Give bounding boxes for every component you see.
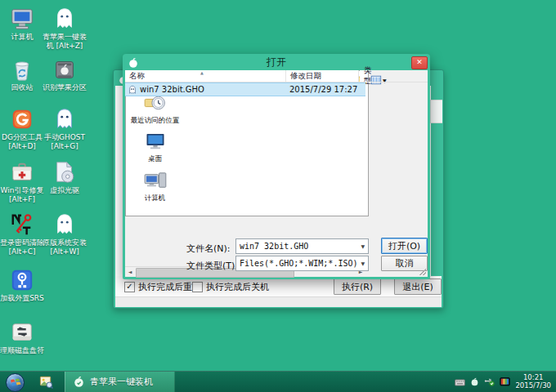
usb-safely-remove-icon[interactable]: [484, 374, 495, 390]
dg-icon: [10, 107, 34, 131]
place-recent[interactable]: 最近访问的位置: [128, 94, 182, 126]
green-apple-icon: [73, 376, 85, 388]
view-menu-icon[interactable]: ▼: [370, 74, 387, 86]
file-name-combobox[interactable]: win7 32bit.GHO ▼: [235, 238, 369, 254]
desktop-icon-label: DG分区工具 [Alt+D]: [0, 133, 44, 151]
desktop: 计算机 青苹果一键装机 [Alt+Z] 回收站 识别苹果分区 DG分区工具 [A…: [0, 0, 556, 392]
desktop-icon-label: 青苹果一键装机 [Alt+Z]: [43, 33, 87, 51]
nt-key-icon: [10, 212, 34, 237]
restart-after-checkbox[interactable]: ✓ 执行完成后重启: [124, 281, 201, 293]
first-aid-kit-icon: [10, 160, 34, 185]
main-window-panel-edge: [430, 100, 442, 123]
open-button[interactable]: 打开(O): [381, 238, 428, 254]
desktop-icon-label: 手动GHOST [Alt+G]: [43, 133, 87, 151]
resize-grip[interactable]: [419, 269, 426, 275]
file-row-selected[interactable]: win7 32bit.GHO 2015/7/29 17:27: [125, 82, 365, 96]
place-computer[interactable]: 计算机: [128, 172, 182, 203]
chevron-down-icon[interactable]: ▼: [357, 261, 368, 266]
desktop-icon-label: 登录密码清除 [Alt+C]: [0, 238, 44, 256]
apple-tray-icon[interactable]: [470, 374, 479, 390]
desktop-place-icon: [144, 133, 167, 150]
windows-flag-icon: [7, 374, 24, 391]
shutdown-after-label: 执行完成后关机: [206, 281, 269, 293]
desktop-icon-label: 加载外置SRS: [0, 294, 44, 303]
desktop-icon-dg-tool[interactable]: DG分区工具 [Alt+D]: [0, 107, 44, 151]
file-type-combobox[interactable]: Files(*.GHO;*.WIM;*.ISO) ▼: [235, 256, 369, 271]
desktop-icon-apple-partition[interactable]: 识别苹果分区: [43, 57, 87, 92]
apple-icon: [128, 56, 139, 68]
column-header-type[interactable]: 类型: [360, 70, 367, 82]
file-type-value: Files(*.GHO;*.WIM;*.ISO): [240, 259, 357, 268]
file-name-label: 文件名(N):: [186, 243, 231, 255]
desktop-icon-label: 原版系统安装 [Alt+W]: [43, 238, 87, 256]
clock-date: 2015/7/30: [515, 382, 551, 390]
desktop-icon-recycle-bin[interactable]: 回收站: [0, 57, 44, 92]
shutdown-after-checkbox[interactable]: 执行完成后关机: [192, 281, 269, 293]
computer-icon: [10, 7, 34, 31]
display-settings-icon[interactable]: [500, 374, 510, 390]
file-type-label: 文件类型(T):: [186, 260, 238, 272]
desktop-icon-password-clear[interactable]: 登录密码清除 [Alt+C]: [0, 212, 44, 256]
dialog-title: 打开: [123, 54, 430, 70]
checkbox-checked-icon[interactable]: ✓: [124, 282, 135, 292]
desktop-icon-load-srs[interactable]: 加载外置SRS: [0, 268, 44, 303]
start-button[interactable]: [6, 373, 25, 392]
desktop-icon-original-install[interactable]: 原版系统安装 [Alt+W]: [43, 212, 87, 256]
taskbar: 青苹果一键装机 10:21 2015/7/30: [0, 371, 556, 392]
exit-button[interactable]: 退出(E): [394, 278, 442, 295]
desktop-icon-label: 计算机: [0, 33, 44, 42]
desktop-icon-label: Win引导修复 [Alt+F]: [0, 186, 44, 204]
image-tool-icon[interactable]: [39, 375, 53, 389]
desktop-icon-disk-letter[interactable]: 理顺磁盘盘符: [0, 320, 44, 355]
disc-document-icon: [52, 160, 77, 185]
checkbox-unchecked-icon[interactable]: [192, 282, 203, 292]
desktop-icon-manual-ghost[interactable]: 手动GHOST [Alt+G]: [43, 107, 87, 151]
desktop-icon-label: 识别苹果分区: [43, 83, 87, 92]
srs-firewire-icon: [10, 268, 34, 292]
computer-place-icon: [143, 172, 168, 189]
ghost-icon: [52, 107, 77, 131]
place-desktop[interactable]: 桌面: [128, 133, 182, 164]
disk-swap-icon: [10, 320, 34, 345]
run-button[interactable]: 执行(R): [334, 278, 381, 295]
desktop-icon-label: 虚拟光驱: [43, 186, 87, 195]
ghost-file-icon: [128, 85, 137, 95]
taskbar-app-label: 青苹果一键装机: [90, 376, 153, 388]
ghost-icon: [52, 7, 77, 31]
open-dialog: 打开 ✕ 查找范围(I): GHO ▼: [123, 54, 430, 279]
column-header-date[interactable]: 修改日期: [286, 70, 359, 82]
desktop-icon-win-boot-repair[interactable]: Win引导修复 [Alt+F]: [0, 160, 44, 204]
main-window-status-strip: [115, 296, 442, 307]
desktop-icon-qpg-onekey[interactable]: 青苹果一键装机 [Alt+Z]: [43, 7, 87, 51]
dialog-body: 查找范围(I): GHO ▼: [125, 70, 428, 277]
desktop-icon-computer[interactable]: 计算机: [0, 7, 44, 42]
system-tray: 10:21 2015/7/30: [455, 372, 556, 392]
recent-places-icon: [143, 94, 168, 112]
keyboard-icon[interactable]: [455, 374, 465, 390]
ghost-icon: [52, 212, 77, 237]
sort-ascending-icon: ▲: [200, 70, 204, 75]
taskbar-clock[interactable]: 10:21 2015/7/30: [515, 374, 551, 390]
desktop-icon-label: 理顺磁盘盘符: [0, 346, 44, 355]
close-icon[interactable]: ✕: [411, 56, 428, 69]
harddisk-apple-icon: [52, 57, 77, 82]
desktop-icon-virtual-cdrom[interactable]: 虚拟光驱: [43, 160, 87, 195]
desktop-icon-label: 回收站: [0, 83, 44, 92]
chevron-down-icon[interactable]: ▼: [357, 243, 368, 249]
recycle-bin-icon: [10, 57, 34, 82]
places-bar: 最近访问的位置 桌面 计算机: [128, 91, 182, 235]
column-header-name[interactable]: 名称: [125, 70, 286, 82]
taskbar-app-button[interactable]: 青苹果一键装机: [65, 372, 175, 392]
file-name-value: win7 32bit.GHO: [240, 242, 308, 251]
